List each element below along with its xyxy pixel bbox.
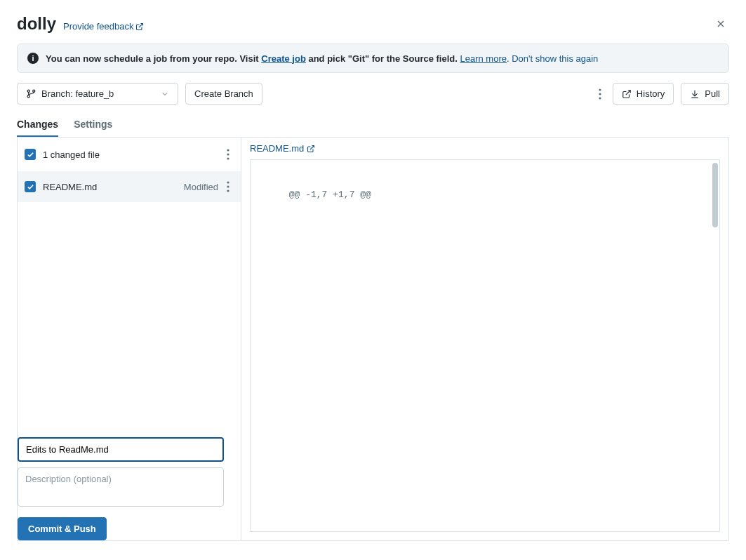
download-icon [690,89,700,99]
select-all-checkbox[interactable] [25,149,36,160]
page-title: dolly [17,14,56,34]
file-checkbox[interactable] [25,181,36,192]
svg-line-9 [626,90,630,94]
diff-file-name: README.md [250,143,304,154]
diff-line: @@ -1,7 +1,7 @@ [284,188,720,202]
info-banner: i You can now schedule a job from your r… [17,44,729,73]
learn-more-link[interactable]: Learn more [460,53,506,64]
dismiss-banner-link[interactable]: Don't show this again [512,53,598,64]
changed-files-menu[interactable] [222,145,234,164]
pull-label: Pull [705,88,720,99]
close-icon[interactable] [712,15,729,32]
pull-button[interactable]: Pull [681,83,729,105]
file-status: Modified [184,182,218,192]
svg-point-7 [599,93,601,95]
svg-point-15 [227,185,229,187]
external-link-icon [622,89,632,99]
toolbar-overflow-menu[interactable] [594,84,606,104]
file-row[interactable]: README.md Modified [18,171,241,202]
svg-point-12 [227,153,229,155]
external-link-icon [135,22,144,31]
info-icon: i [27,53,39,64]
svg-line-0 [139,23,143,27]
svg-point-16 [227,189,229,192]
svg-point-13 [227,157,229,159]
svg-point-8 [599,97,601,99]
file-name: README.md [43,182,97,192]
create-job-label: Create job [261,53,306,64]
provide-feedback-label: Provide feedback [63,21,133,32]
banner-middle: and pick "Git" for the Source field. [306,53,460,64]
svg-point-11 [227,149,229,151]
svg-point-6 [599,88,601,91]
create-job-link[interactable]: Create job [261,53,306,64]
external-link-icon [307,145,315,153]
tab-changes[interactable]: Changes [17,113,58,137]
commit-push-button[interactable]: Commit & Push [18,517,107,540]
svg-point-5 [33,90,35,92]
scrollbar-thumb[interactable] [712,163,718,227]
diff-viewer[interactable]: @@ -1,7 +1,7 @@ # Dolly Databricks' [Dol… [250,159,720,532]
tabs: Changes Settings [17,113,729,138]
commit-description-input[interactable] [18,467,224,507]
commit-message-input[interactable] [18,437,224,462]
banner-prefix: You can now schedule a job from your rep… [46,53,261,64]
changed-files-summary: 1 changed file [43,149,100,160]
chevron-down-icon [161,90,169,98]
branch-label: Branch: feature_b [41,88,114,99]
diff-file-link[interactable]: README.md [250,143,315,154]
banner-text: You can now schedule a job from your rep… [46,53,598,64]
svg-point-4 [27,95,29,98]
svg-point-14 [227,181,229,183]
history-label: History [637,88,665,99]
file-row-menu[interactable] [222,177,234,196]
svg-point-3 [27,90,29,92]
history-button[interactable]: History [613,83,674,105]
provide-feedback-link[interactable]: Provide feedback [63,21,144,32]
branch-selector[interactable]: Branch: feature_b [17,83,178,105]
git-branch-icon [26,88,36,99]
tab-settings[interactable]: Settings [74,113,112,137]
changed-files-header: 1 changed file [18,138,241,171]
create-branch-button[interactable]: Create Branch [185,83,262,105]
svg-line-17 [310,145,314,149]
